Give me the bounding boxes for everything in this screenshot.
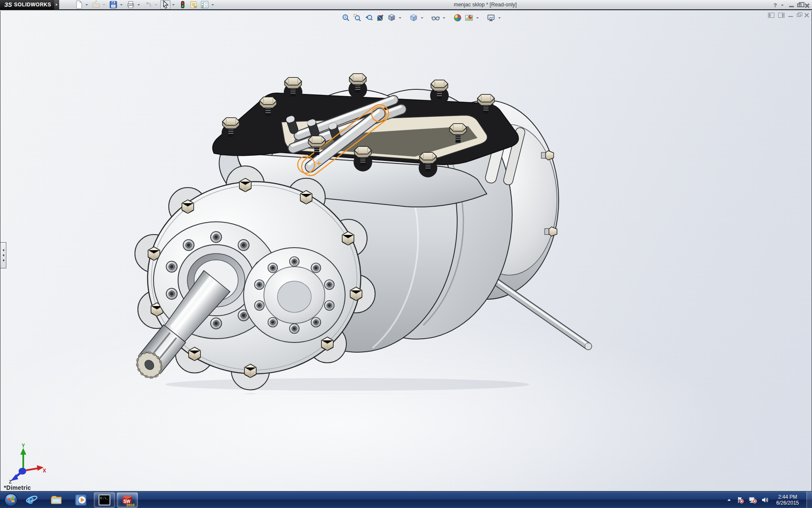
save-dropdown[interactable] bbox=[119, 0, 123, 9]
restore-button[interactable] bbox=[797, 3, 801, 7]
apply-scene-dropdown[interactable] bbox=[475, 13, 479, 22]
main-toolbar bbox=[74, 0, 216, 9]
save-button[interactable] bbox=[108, 0, 118, 9]
chevron-left-icon bbox=[3, 259, 4, 262]
clock-date: 6/26/2015 bbox=[776, 500, 799, 506]
command-prompt-icon: C:\_ bbox=[98, 494, 111, 506]
taskbar-clock[interactable]: 2:44 PM 6/26/2015 bbox=[773, 494, 802, 506]
solidworks-window: ЗS SOLIDWORKS bbox=[0, 0, 812, 508]
document-minimize-button[interactable] bbox=[788, 14, 793, 17]
folder-icon bbox=[50, 494, 63, 506]
volume-icon[interactable] bbox=[761, 497, 769, 503]
display-style-dropdown[interactable] bbox=[420, 13, 424, 22]
start-button[interactable] bbox=[3, 491, 19, 508]
chevron-left-icon bbox=[3, 254, 4, 257]
undo-button[interactable] bbox=[143, 0, 153, 9]
document-window-controls bbox=[768, 13, 809, 18]
minimize-button[interactable] bbox=[789, 3, 794, 7]
triad-y-label: Y bbox=[22, 443, 25, 449]
title-bar: ЗS SOLIDWORKS bbox=[0, 0, 812, 10]
gearbox-model[interactable] bbox=[0, 11, 812, 491]
print-button[interactable] bbox=[126, 0, 136, 9]
hide-show-items-dropdown[interactable] bbox=[442, 13, 446, 22]
ie-glyph: e bbox=[27, 494, 34, 506]
close-button[interactable] bbox=[805, 3, 809, 8]
media-player-icon bbox=[74, 494, 87, 506]
select-tool-button[interactable] bbox=[160, 0, 170, 9]
new-document-dropdown[interactable] bbox=[85, 0, 88, 9]
heads-up-view-toolbar bbox=[341, 13, 503, 23]
help-button[interactable]: ? bbox=[774, 2, 777, 8]
network-status-icon[interactable] bbox=[749, 496, 757, 504]
taskbar-internet-explorer[interactable]: e bbox=[19, 491, 44, 508]
select-tool-dropdown[interactable] bbox=[171, 0, 175, 9]
undo-dropdown[interactable] bbox=[154, 0, 158, 9]
rebuild-traffic-light-button[interactable] bbox=[178, 0, 188, 9]
taskbar-media-player[interactable] bbox=[69, 491, 93, 508]
solidworks-cube-icon: SW 2015 bbox=[120, 493, 134, 507]
cmd-prompt-text: C:\_ bbox=[100, 496, 108, 500]
options-dropdown[interactable] bbox=[211, 0, 214, 9]
pane-left-icon[interactable] bbox=[768, 13, 774, 18]
view-orientation-dropdown[interactable] bbox=[398, 13, 402, 22]
system-tray: 2:44 PM 6/26/2015 bbox=[726, 491, 812, 508]
triad-x-label: X bbox=[43, 468, 46, 474]
display-style-button[interactable] bbox=[409, 13, 419, 23]
section-view-button[interactable] bbox=[375, 13, 385, 23]
open-button[interactable] bbox=[91, 0, 101, 9]
clock-time: 2:44 PM bbox=[776, 494, 799, 500]
taskbar-command-prompt[interactable]: C:\_ bbox=[94, 492, 115, 508]
show-desktop-button[interactable] bbox=[807, 491, 812, 508]
zoom-to-area-button[interactable] bbox=[352, 13, 362, 23]
edit-appearance-button[interactable] bbox=[453, 13, 463, 23]
taskbar-windows-explorer[interactable] bbox=[44, 491, 69, 508]
floor-reflection bbox=[132, 393, 592, 491]
document-restore-button[interactable] bbox=[797, 14, 801, 17]
apply-scene-button[interactable] bbox=[464, 13, 474, 23]
solidworks-logo-mark: ЗS bbox=[4, 1, 12, 8]
open-dropdown[interactable] bbox=[102, 0, 106, 9]
print-dropdown[interactable] bbox=[137, 0, 140, 9]
new-document-button[interactable] bbox=[74, 0, 84, 9]
hide-show-items-button[interactable] bbox=[431, 13, 441, 23]
show-hidden-icons-button[interactable] bbox=[726, 497, 732, 503]
document-close-button[interactable] bbox=[804, 13, 809, 18]
sw-year-text: 2015 bbox=[126, 503, 134, 507]
menu-expand-arrow[interactable] bbox=[54, 0, 59, 10]
solidworks-logo-text: SOLIDWORKS bbox=[14, 2, 51, 8]
taskbar-solidworks-2015[interactable]: SW 2015 bbox=[117, 492, 138, 508]
view-orientation-label: *Dimetric bbox=[4, 484, 31, 491]
view-settings-dropdown[interactable] bbox=[497, 13, 501, 22]
previous-view-button[interactable] bbox=[364, 13, 374, 23]
action-center-icon[interactable] bbox=[737, 496, 744, 504]
options-button[interactable] bbox=[200, 0, 210, 9]
file-properties-button[interactable] bbox=[189, 0, 199, 9]
chevron-left-icon bbox=[3, 249, 4, 251]
zoom-to-fit-button[interactable] bbox=[341, 13, 351, 23]
window-controls: ? bbox=[774, 0, 809, 10]
triad-z-label: Z bbox=[9, 479, 12, 483]
graphics-viewport[interactable]: Y X Z *Dimetric bbox=[0, 11, 812, 491]
window-title: menjac sklop * [Read-only] bbox=[454, 2, 517, 8]
taskbar: e C:\_ bbox=[0, 491, 812, 508]
solidworks-logo: ЗS SOLIDWORKS bbox=[0, 0, 54, 10]
view-settings-button[interactable] bbox=[486, 13, 496, 23]
help-dropdown[interactable] bbox=[780, 0, 784, 10]
reference-triad: Y X Z bbox=[5, 443, 46, 483]
featuremanager-flyout-tab[interactable] bbox=[0, 242, 6, 268]
pane-right-icon[interactable] bbox=[778, 13, 785, 18]
view-orientation-button[interactable] bbox=[387, 13, 397, 23]
